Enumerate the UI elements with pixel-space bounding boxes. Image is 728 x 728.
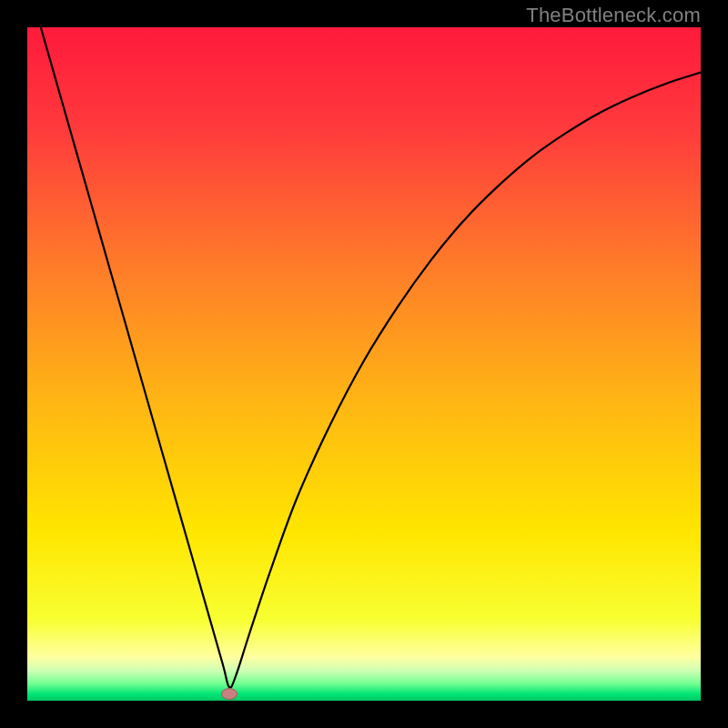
gradient-background <box>27 27 701 701</box>
plot-svg <box>27 27 701 701</box>
watermark-text: TheBottleneck.com <box>526 4 701 27</box>
plot-area <box>27 27 701 701</box>
minimum-marker <box>222 689 238 700</box>
chart-frame: TheBottleneck.com <box>0 0 728 728</box>
